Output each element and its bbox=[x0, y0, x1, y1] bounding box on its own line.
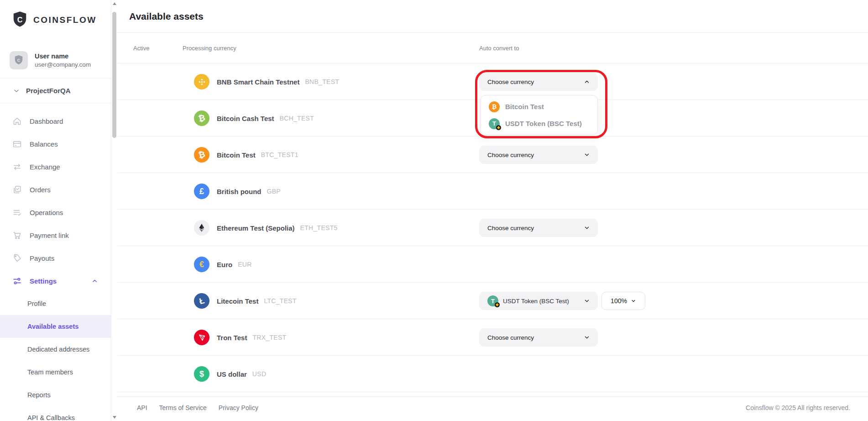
sidebar-item-reports[interactable]: Reports bbox=[0, 384, 111, 406]
svg-text:C: C bbox=[17, 16, 23, 24]
svg-text:C: C bbox=[17, 58, 21, 63]
currency-ticker: EUR bbox=[238, 261, 251, 268]
currency-ticker: LTC_TEST bbox=[264, 297, 296, 305]
chevron-down-icon bbox=[584, 298, 590, 304]
auto-convert-select[interactable]: Choose currency bbox=[479, 146, 598, 164]
convert-share-select[interactable]: 100% bbox=[601, 292, 645, 310]
currency-name: Tron Test bbox=[217, 334, 247, 342]
table-row: BNB Smart Chain Testnet BNB_TEST Choose … bbox=[117, 63, 868, 100]
bitcoin-icon: ₿ bbox=[489, 101, 500, 112]
currency-name: British pound bbox=[217, 188, 261, 195]
sidebar-item-dedicated-addresses[interactable]: Dedicated addresses bbox=[0, 338, 111, 361]
sidebar: C COINSFLOW C User name user@company.com bbox=[0, 0, 111, 421]
cart-icon bbox=[12, 230, 22, 240]
dropdown-option-usdt-token[interactable]: T USDT Token (BSC Test) bbox=[481, 115, 597, 132]
ethereum-icon bbox=[194, 220, 209, 236]
currency-name: Bitcoin Test bbox=[217, 151, 256, 159]
card-icon bbox=[12, 139, 22, 149]
pound-icon: £ bbox=[194, 184, 209, 199]
dropdown-option-bitcoin-test[interactable]: ₿ Bitcoin Test bbox=[481, 98, 597, 115]
brand-name: COINSFLOW bbox=[33, 15, 97, 25]
coinsflow-logo: C COINSFLOW bbox=[11, 11, 111, 29]
footer-link-api[interactable]: API bbox=[137, 404, 147, 411]
column-active: Active bbox=[117, 45, 183, 52]
footer-link-terms[interactable]: Terms of Service bbox=[159, 404, 207, 411]
copyright-text: Coinsflow © 2025 All rights reserved. bbox=[746, 404, 850, 411]
table-row: Ł Litecoin Test LTC_TEST T USDT Token (B… bbox=[117, 283, 868, 319]
tag-icon bbox=[12, 253, 22, 263]
currency-ticker: ETH_TEST5 bbox=[300, 224, 338, 232]
sidebar-item-profile[interactable]: Profile bbox=[0, 292, 111, 315]
chevron-down-icon bbox=[584, 334, 590, 341]
sidebar-item-settings[interactable]: Settings bbox=[0, 269, 111, 292]
auto-convert-select[interactable]: T USDT Token (BSC Test) bbox=[479, 292, 598, 310]
sidebar-item-orders[interactable]: Orders bbox=[0, 178, 111, 201]
currency-dropdown-menu: ₿ Bitcoin Test T USDT Token (BSC Test) bbox=[480, 95, 598, 135]
column-auto-convert-to: Auto convert to bbox=[479, 45, 868, 52]
auto-convert-select-open[interactable]: Choose currency bbox=[479, 73, 598, 91]
chevron-down-icon bbox=[584, 225, 590, 231]
usdt-icon: T bbox=[489, 118, 500, 129]
scroll-up-arrow-icon[interactable] bbox=[113, 2, 116, 5]
sidebar-scrollbar[interactable] bbox=[111, 0, 117, 421]
sidebar-item-available-assets[interactable]: Available assets bbox=[0, 315, 111, 338]
sidebar-item-balances[interactable]: Balances bbox=[0, 132, 111, 155]
bsc-chain-badge bbox=[496, 125, 501, 130]
currency-ticker: USD bbox=[252, 370, 266, 378]
sidebar-item-operations[interactable]: Operations bbox=[0, 201, 111, 224]
column-processing-currency: Processing currency bbox=[183, 45, 479, 52]
currency-ticker: TRX_TEST bbox=[252, 334, 286, 341]
us-dollar-icon: $ bbox=[194, 366, 209, 382]
table-row: £ British pound GBP bbox=[117, 173, 868, 210]
scroll-down-arrow-icon[interactable] bbox=[113, 416, 116, 419]
footer: API Terms of Service Privacy Policy Coin… bbox=[117, 396, 868, 421]
home-icon bbox=[12, 116, 22, 126]
chevron-up-icon bbox=[91, 278, 98, 284]
sidebar-item-api-callbacks[interactable]: API & Callbacks bbox=[0, 406, 111, 421]
currency-name: BNB Smart Chain Testnet bbox=[217, 78, 299, 86]
operations-list-icon bbox=[12, 207, 22, 217]
litecoin-icon: Ł bbox=[194, 293, 209, 309]
sidebar-item-dashboard[interactable]: Dashboard bbox=[0, 110, 111, 132]
bsc-chain-badge bbox=[495, 302, 500, 307]
sidebar-item-team-members[interactable]: Team members bbox=[0, 361, 111, 384]
avatar: C bbox=[10, 51, 28, 69]
table-row: ₿ Bitcoin Test BTC_TEST1 Choose currency bbox=[117, 137, 868, 173]
chevron-down-icon bbox=[584, 152, 590, 158]
user-name: User name bbox=[35, 53, 91, 60]
auto-convert-select[interactable]: Choose currency bbox=[479, 219, 598, 237]
sidebar-item-payment-link[interactable]: Payment link bbox=[0, 224, 111, 247]
user-email: user@company.com bbox=[35, 61, 91, 68]
bnb-icon bbox=[194, 74, 209, 89]
footer-link-privacy[interactable]: Privacy Policy bbox=[219, 404, 258, 411]
sliders-icon bbox=[12, 276, 22, 286]
page-title: Available assets bbox=[129, 11, 204, 22]
currency-name: Euro bbox=[217, 261, 232, 268]
page-header: Available assets bbox=[117, 0, 868, 33]
bitcoin-icon: ₿ bbox=[194, 147, 209, 163]
project-selector[interactable]: ProjectForQA bbox=[0, 79, 111, 103]
currency-ticker: BNB_TEST bbox=[305, 78, 339, 85]
table-row: € Euro EUR bbox=[117, 246, 868, 283]
coinsflow-app: C COINSFLOW C User name user@company.com bbox=[0, 0, 868, 421]
usdt-icon: T bbox=[487, 295, 498, 306]
tron-icon bbox=[194, 330, 209, 345]
bitcoin-cash-icon: ₿ bbox=[194, 111, 209, 126]
currency-ticker: GBP bbox=[267, 188, 281, 195]
sidebar-item-exchange[interactable]: Exchange bbox=[0, 155, 111, 178]
currency-name: US dollar bbox=[217, 370, 247, 378]
shield-logo-icon: C bbox=[11, 11, 28, 29]
currency-ticker: BCH_TEST bbox=[280, 115, 314, 122]
scrollbar-thumb[interactable] bbox=[112, 12, 116, 138]
chevron-down-icon bbox=[13, 87, 20, 95]
table-row: $ US dollar USD bbox=[117, 356, 868, 392]
user-block[interactable]: C User name user@company.com bbox=[10, 51, 111, 69]
exchange-arrows-icon bbox=[12, 162, 22, 172]
sidebar-item-payouts[interactable]: Payouts bbox=[0, 247, 111, 269]
project-name: ProjectForQA bbox=[26, 87, 71, 95]
table-row: Tron Test TRX_TEST Choose currency bbox=[117, 319, 868, 356]
auto-convert-select[interactable]: Choose currency bbox=[479, 328, 598, 347]
currency-name: Bitcoin Cash Test bbox=[217, 115, 274, 122]
currency-name: Ethereum Test (Sepolia) bbox=[217, 224, 295, 232]
euro-icon: € bbox=[194, 257, 209, 272]
